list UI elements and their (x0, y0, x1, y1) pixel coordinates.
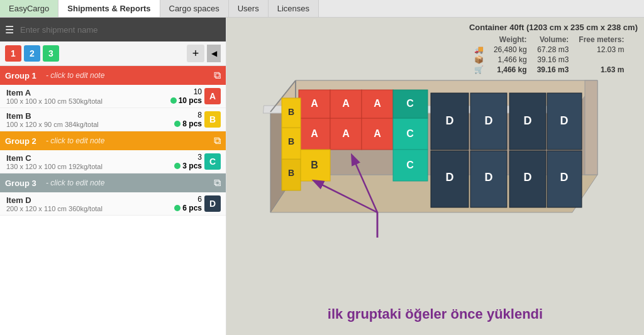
item-b-status-dot (174, 121, 180, 127)
item-c-count-raw: 3 (197, 153, 202, 162)
group-2-label: Group 2 (5, 136, 40, 146)
tabs-row: 1 2 3 + ◀ (0, 41, 226, 66)
item-a-badge[interactable]: A (204, 88, 221, 104)
svg-text:D: D (485, 171, 493, 184)
group-tab-3[interactable]: 3 (43, 45, 59, 62)
svg-text:C: C (406, 128, 414, 139)
item-c-dims: 130 x 120 x 100 cm 192kg/total (6, 163, 174, 170)
tab-easycargo[interactable]: EasyCargo (0, 0, 58, 17)
group-1-note[interactable]: - click to edit note (46, 71, 214, 80)
svg-text:D: D (446, 114, 454, 127)
shipment-header: ☰ (0, 18, 226, 41)
group-3-header: Group 3 - click to edit note ⧉ (0, 173, 226, 192)
groups-area: Group 1 - click to edit note ⧉ Item A 10… (0, 66, 226, 335)
svg-text:A: A (311, 98, 318, 109)
svg-text:D: D (524, 114, 532, 127)
left-panel: ☰ 1 2 3 + ◀ Group 1 - click to edit note… (0, 18, 226, 335)
item-row-d: Item D 200 x 120 x 110 cm 360kg/total 6 … (0, 192, 226, 216)
item-c-count-label: 3 pcs (182, 162, 202, 170)
group-tab-2[interactable]: 2 (24, 45, 40, 62)
svg-text:D: D (524, 171, 532, 184)
item-d-dims: 200 x 120 x 110 cm 360kg/total (6, 205, 174, 212)
group-3-label: Group 3 (5, 178, 40, 188)
group-3-copy-icon[interactable]: ⧉ (214, 177, 221, 189)
item-c-name: Item C (6, 153, 174, 163)
item-b-count-raw: 8 (197, 111, 202, 119)
hamburger-icon[interactable]: ☰ (5, 24, 14, 36)
annotation-text: ilk gruptaki öğeler önce yüklendi (328, 306, 543, 322)
item-a-name: Item A (6, 88, 170, 97)
svg-text:A: A (311, 128, 318, 139)
svg-text:B: B (288, 168, 294, 178)
group-2-header: Group 2 - click to edit note ⧉ (0, 131, 226, 150)
item-d-status-dot (174, 205, 180, 211)
item-b-dims: 100 x 120 x 90 cm 384kg/total (6, 121, 174, 128)
tab-licenses[interactable]: Licenses (269, 0, 319, 17)
item-row-b: Item B 100 x 120 x 90 cm 384kg/total 8 8… (0, 108, 226, 131)
group-3-note[interactable]: - click to edit note (46, 178, 214, 187)
item-b-badge[interactable]: B (204, 111, 221, 128)
svg-text:C: C (406, 160, 414, 170)
item-b-count-label: 8 pcs (182, 119, 202, 128)
add-group-button[interactable]: + (187, 45, 204, 62)
tab-users[interactable]: Users (229, 0, 269, 17)
item-row-a: Item A 100 x 100 x 100 cm 530kg/total 10… (0, 85, 226, 108)
svg-rect-5 (585, 80, 597, 175)
svg-text:A: A (342, 128, 350, 139)
svg-text:D: D (485, 114, 493, 127)
annotation: ilk gruptaki öğeler önce yüklendi (226, 306, 644, 322)
svg-text:C: C (406, 98, 414, 109)
item-b-name: Item B (6, 111, 174, 121)
group-2-note[interactable]: - click to edit note (46, 136, 214, 145)
item-row-c: Item C 130 x 120 x 100 cm 192kg/total 3 … (0, 150, 226, 173)
svg-text:B: B (288, 136, 294, 146)
tab-cargo[interactable]: Cargo spaces (160, 0, 229, 17)
item-c-status-dot (174, 163, 180, 169)
svg-text:D: D (560, 171, 569, 184)
group-1-label: Group 1 (5, 71, 40, 80)
svg-text:A: A (374, 98, 381, 109)
item-a-dims: 100 x 100 x 100 cm 530kg/total (6, 97, 170, 105)
item-d-name: Item D (6, 195, 174, 205)
item-a-count-label: 10 pcs (179, 96, 202, 105)
item-a-status-dot (170, 97, 177, 104)
collapse-panel-button[interactable]: ◀ (207, 45, 221, 62)
item-d-count-label: 6 pcs (182, 204, 202, 212)
group-2-copy-icon[interactable]: ⧉ (214, 135, 221, 146)
item-d-badge[interactable]: D (204, 195, 221, 212)
svg-text:D: D (446, 171, 454, 184)
svg-text:A: A (374, 128, 381, 139)
item-a-count-raw: 10 (194, 87, 202, 96)
navbar: EasyCargo Shipments & Reports Cargo spac… (0, 0, 644, 18)
shipment-name-input[interactable] (20, 25, 221, 35)
right-panel: Container 40ft (1203 cm x 235 cm x 238 c… (226, 18, 644, 335)
svg-text:D: D (560, 114, 569, 127)
group-1-header: Group 1 - click to edit note ⧉ (0, 66, 226, 85)
item-d-count-raw: 6 (197, 195, 202, 204)
group-1-copy-icon[interactable]: ⧉ (214, 70, 221, 81)
tab-shipments[interactable]: Shipments & Reports (58, 0, 160, 17)
container-3d-visualization: A A A A A A B B B B C C C D D D (233, 30, 604, 250)
svg-text:A: A (342, 98, 350, 109)
svg-text:B: B (311, 160, 318, 170)
item-c-badge[interactable]: C (204, 153, 221, 170)
group-tab-1[interactable]: 1 (5, 45, 21, 62)
svg-text:B: B (288, 107, 294, 117)
